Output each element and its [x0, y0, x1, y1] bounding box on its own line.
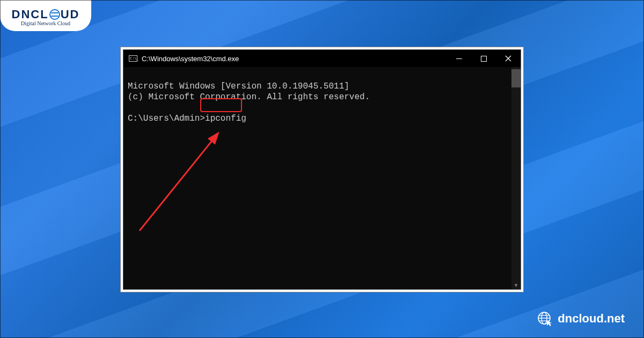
footer-brand: dncloud.net — [537, 311, 625, 326]
footer-site-text: dncloud.net — [558, 312, 625, 326]
cmd-icon — [129, 55, 137, 62]
scrollbar-thumb[interactable] — [511, 69, 521, 87]
terminal-prompt: C:\Users\Admin> — [128, 114, 205, 123]
maximize-button[interactable] — [471, 50, 496, 67]
scroll-down-icon[interactable]: ▼ — [514, 283, 518, 288]
globe-o-icon — [49, 9, 60, 20]
close-icon — [505, 55, 511, 62]
minimize-button[interactable] — [447, 50, 471, 67]
brand-logo-text: DNCL UD — [12, 8, 80, 21]
brand-suffix: UD — [61, 8, 80, 21]
cmd-window: C:\Windows\system32\cmd.exe Microsoft Wi… — [123, 49, 521, 290]
terminal-line-version: Microsoft Windows [Version 10.0.19045.50… — [128, 82, 349, 91]
minimize-icon — [456, 56, 462, 62]
brand-tagline: Digital Network Cloud — [21, 20, 70, 26]
brand-prefix: DNCL — [12, 8, 49, 21]
terminal-line-copyright: (c) Microsoft Corporation. All rights re… — [128, 92, 370, 102]
scrollbar-track[interactable]: ▲ ▼ — [511, 67, 521, 289]
brand-logo-card: DNCL UD Digital Network Cloud — [0, 0, 91, 31]
terminal-body[interactable]: Microsoft Windows [Version 10.0.19045.50… — [123, 67, 521, 289]
window-titlebar[interactable]: C:\Windows\system32\cmd.exe — [123, 50, 521, 67]
window-title: C:\Windows\system32\cmd.exe — [142, 55, 239, 63]
globe-cursor-icon — [537, 311, 552, 326]
maximize-icon — [481, 56, 487, 62]
close-button[interactable] — [496, 50, 521, 67]
svg-rect-1 — [481, 56, 486, 61]
terminal-command: ipconfig — [205, 114, 246, 123]
